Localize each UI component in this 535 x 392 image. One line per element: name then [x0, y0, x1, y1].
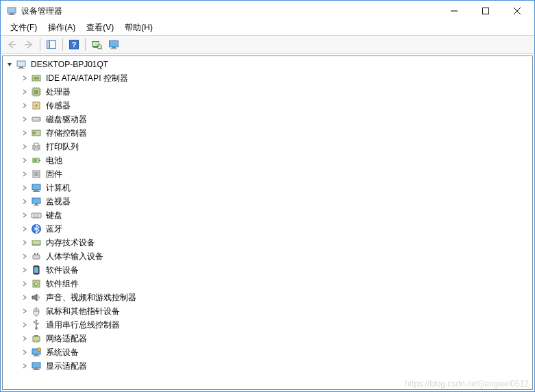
app-icon [6, 5, 17, 16]
svg-rect-5 [47, 41, 50, 49]
expand-icon[interactable] [21, 293, 29, 302]
firmware-icon [31, 169, 42, 180]
node-label: 软件组件 [44, 278, 81, 291]
toolbar: ? [1, 35, 534, 54]
menu-action[interactable]: 操作(A) [42, 21, 81, 35]
node-label: 内存技术设备 [44, 236, 97, 249]
expand-icon[interactable] [21, 115, 29, 123]
expand-icon[interactable] [21, 362, 29, 370]
node-label: 键盘 [44, 209, 64, 222]
tree-node[interactable]: 内存技术设备 [3, 236, 532, 249]
memory-icon [31, 237, 42, 248]
menu-help[interactable]: 帮助(H) [119, 21, 158, 35]
tree-node[interactable]: 声音、视频和游戏控制器 [3, 291, 532, 304]
expand-icon[interactable] [21, 143, 29, 151]
toolbar-separator [85, 38, 86, 51]
tree-node[interactable]: 显示适配器 [3, 359, 532, 373]
svg-rect-13 [110, 49, 117, 49]
collapse-icon[interactable] [5, 60, 14, 69]
close-button[interactable] [501, 1, 533, 21]
tree-node[interactable]: 打印队列 [3, 140, 532, 154]
back-button [3, 37, 20, 52]
tree-node[interactable]: 软件设备 [3, 263, 532, 277]
expand-icon[interactable] [21, 266, 29, 274]
tree-node[interactable]: 通用串行总线控制器 [3, 318, 532, 332]
expand-icon[interactable] [21, 252, 29, 260]
expand-icon[interactable] [21, 307, 29, 315]
expand-icon[interactable] [21, 197, 29, 206]
svg-rect-16 [18, 68, 25, 69]
svg-rect-12 [112, 47, 116, 49]
node-label: 软件设备 [44, 264, 81, 277]
node-label: 显示适配器 [44, 360, 89, 373]
device-tree[interactable]: DESKTOP-BPJ01QT IDE ATA/ATAPI 控制器处理器传感器磁… [2, 56, 533, 390]
expand-icon[interactable] [21, 321, 29, 329]
expand-icon[interactable] [21, 211, 29, 219]
expand-icon[interactable] [21, 334, 29, 343]
tree-node[interactable]: 网络适配器 [3, 332, 532, 345]
tree-node[interactable]: 计算机 [3, 181, 532, 195]
softdev-icon [31, 265, 42, 275]
tree-node[interactable]: IDE ATA/ATAPI 控制器 [3, 71, 532, 85]
tree-node[interactable]: 蓝牙 [3, 222, 532, 236]
computer-icon [16, 59, 27, 70]
display-icon [31, 360, 42, 371]
window-title: 设备管理器 [21, 5, 438, 17]
usb-icon [31, 319, 42, 330]
node-label: 传感器 [44, 99, 73, 112]
node-label: 磁盘驱动器 [44, 113, 89, 126]
sound-icon [31, 292, 42, 303]
tree-node[interactable]: 磁盘驱动器 [3, 112, 532, 126]
expand-icon[interactable] [21, 348, 29, 356]
help-button[interactable]: ? [66, 37, 82, 52]
expand-icon[interactable] [21, 280, 29, 288]
svg-rect-15 [19, 66, 23, 68]
ide-icon [31, 73, 42, 84]
expand-icon[interactable] [21, 170, 29, 178]
hid-icon [31, 251, 42, 262]
node-label: 声音、视频和游戏控制器 [44, 291, 138, 304]
node-label: 人体学输入设备 [44, 250, 105, 263]
svg-rect-11 [110, 41, 119, 47]
tree-node[interactable]: 监视器 [3, 195, 532, 208]
node-label: IDE ATA/ATAPI 控制器 [44, 72, 130, 85]
expand-icon[interactable] [21, 156, 29, 164]
tree-node[interactable]: 传感器 [3, 99, 532, 112]
node-label: 固件 [44, 168, 64, 181]
expand-icon[interactable] [21, 101, 29, 110]
expand-icon[interactable] [21, 88, 29, 96]
tree-node[interactable]: 软件组件 [3, 277, 532, 291]
expand-icon[interactable] [21, 225, 29, 233]
tree-node[interactable]: 处理器 [3, 85, 532, 99]
tree-node[interactable]: 键盘 [3, 208, 532, 222]
tree-node[interactable]: 鼠标和其他指针设备 [3, 304, 532, 318]
expand-icon[interactable] [21, 238, 29, 247]
svg-text:?: ? [72, 40, 77, 49]
tree-root-node[interactable]: DESKTOP-BPJ01QT [3, 58, 532, 71]
softcomp-icon [31, 278, 42, 289]
minimize-button[interactable] [438, 1, 470, 21]
node-label: 计算机 [44, 182, 73, 195]
monitor-icon [31, 196, 42, 207]
tree-node[interactable]: 固件 [3, 167, 532, 181]
expand-icon[interactable] [21, 184, 29, 192]
menu-view[interactable]: 查看(V) [81, 21, 119, 35]
toolbar-separator [62, 38, 63, 51]
maximize-button[interactable] [470, 1, 501, 21]
node-label: 系统设备 [44, 346, 81, 359]
expand-icon[interactable] [21, 74, 29, 82]
scan-hardware-button[interactable] [88, 37, 105, 52]
tree-node[interactable]: 电池 [3, 154, 532, 167]
tree-node[interactable]: 系统设备 [3, 345, 532, 359]
node-label: 鼠标和其他指针设备 [44, 305, 122, 318]
expand-icon[interactable] [21, 129, 29, 137]
tree-node[interactable]: 人体学输入设备 [3, 249, 532, 263]
show-hide-console-button[interactable] [43, 37, 60, 52]
menu-file[interactable]: 文件(F) [5, 21, 42, 35]
node-label: 蓝牙 [44, 223, 64, 236]
display-button[interactable] [105, 37, 122, 52]
sensor-icon [31, 100, 42, 111]
toolbar-separator [40, 38, 40, 51]
tree-node[interactable]: 存储控制器 [3, 126, 532, 140]
menubar: 文件(F) 操作(A) 查看(V) 帮助(H) [1, 21, 534, 35]
